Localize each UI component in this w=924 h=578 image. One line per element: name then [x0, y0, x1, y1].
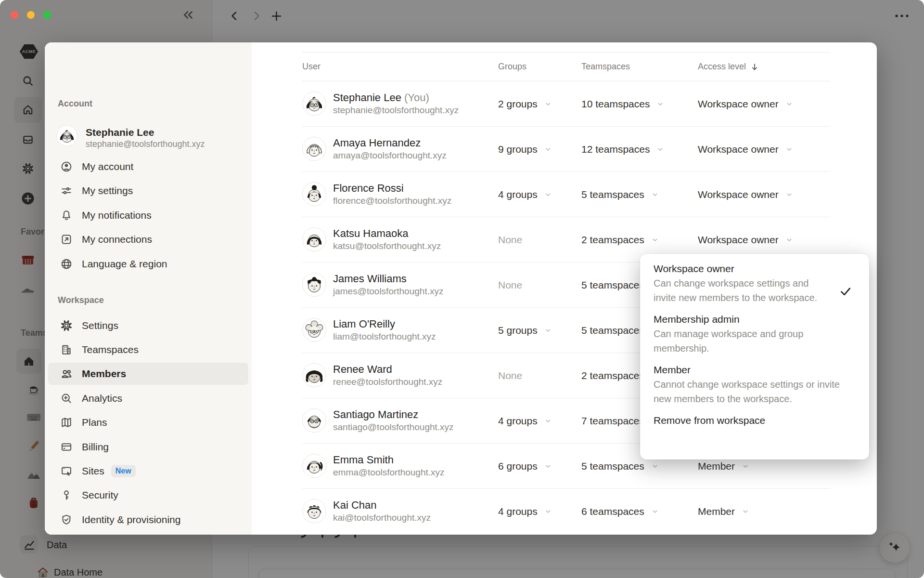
member-row: Amaya Hernandezamaya@toolsforthought.xyz… [302, 127, 831, 172]
map-icon [60, 416, 73, 429]
nav-item-my-connections[interactable]: My connections [45, 227, 252, 251]
col-user: User [302, 62, 498, 72]
col-access-level[interactable]: Access level [698, 62, 831, 72]
member-email: stephanie@toolsforthought.xyz [333, 105, 459, 116]
nav-item-label: My connections [82, 234, 152, 245]
menu-item-title: Workspace owner [654, 262, 858, 276]
menu-item-description: Can change workspace settings and invite… [654, 276, 822, 305]
nav-item-label: Plans [82, 417, 107, 428]
groups-dropdown[interactable]: 2 groups [498, 98, 581, 110]
col-teamspaces: Teamspaces [581, 62, 698, 72]
nav-section-workspace: Workspace [58, 295, 104, 305]
groups-dropdown: None [498, 279, 581, 291]
menu-item-description: Cannot change workspace settings or invi… [654, 377, 854, 406]
arrow-box-icon [60, 233, 73, 246]
nav-item-plans[interactable]: Plans [45, 410, 252, 434]
chevron-down-icon [785, 236, 793, 244]
nav-item-billing[interactable]: Billing [45, 435, 252, 459]
groups-dropdown[interactable]: 5 groups [498, 325, 581, 336]
traffic-light-minimize[interactable] [27, 11, 35, 19]
avatar [302, 318, 326, 342]
building-icon [60, 343, 73, 356]
teamspaces-dropdown[interactable]: 10 teamspaces [581, 98, 698, 110]
groups-dropdown[interactable]: 9 groups [498, 144, 581, 155]
traffic-light-close[interactable] [11, 11, 18, 19]
chevron-down-icon [785, 145, 793, 153]
user-cell: James Williamsjames@toolsforthought.xyz [302, 273, 498, 297]
menu-item-workspace-owner[interactable]: Workspace ownerCan change workspace sett… [654, 262, 858, 305]
avatar [302, 92, 326, 116]
nav-item-label: Language & region [82, 258, 167, 270]
chevron-down-icon [656, 100, 664, 108]
nav-item-my-settings[interactable]: My settings [45, 179, 252, 203]
member-name: Amaya Hernandez [333, 137, 447, 149]
member-row: Stephanie Lee (You)stephanie@toolsfortho… [302, 81, 831, 127]
chevron-down-icon [544, 145, 552, 153]
member-row: Florence Rossiflorence@toolsforthought.x… [302, 172, 831, 217]
nav-item-label: My account [82, 161, 133, 172]
user-cell: Florence Rossiflorence@toolsforthought.x… [302, 182, 498, 206]
groups-dropdown[interactable]: 4 groups [498, 415, 581, 427]
access-level-dropdown[interactable]: Workspace owner [698, 189, 831, 200]
member-name: Kai Chan [333, 499, 431, 512]
chevron-down-icon [544, 100, 552, 108]
teamspaces-dropdown[interactable]: 5 teamspaces [581, 460, 698, 472]
nav-item-teamspaces[interactable]: Teamspaces [45, 338, 252, 362]
nav-item-my-notifications[interactable]: My notifications [45, 203, 252, 227]
nav-item-identity-provisioning[interactable]: Identity & provisioning [45, 508, 252, 532]
nav-item-label: Security [82, 489, 118, 501]
shield-check-icon [60, 513, 73, 526]
teamspaces-dropdown[interactable]: 12 teamspaces [581, 144, 698, 155]
people-icon [60, 368, 73, 380]
chevron-down-icon [785, 100, 793, 108]
access-level-dropdown[interactable]: Member [698, 460, 831, 472]
user-cell: Amaya Hernandezamaya@toolsforthought.xyz [302, 137, 498, 161]
member-name: Florence Rossi [333, 182, 451, 195]
groups-dropdown[interactable]: 6 groups [498, 460, 581, 472]
globe-icon [60, 258, 73, 270]
member-email: amaya@toolsforthought.xyz [333, 150, 447, 161]
nav-section-account: Account [58, 99, 92, 109]
nav-item-analytics[interactable]: Analytics [45, 386, 252, 410]
member-name: James Williams [333, 273, 443, 285]
member-email: katsu@toolsforthought.xyz [333, 240, 441, 252]
teamspaces-dropdown[interactable]: 6 teamspaces [581, 506, 698, 517]
access-level-dropdown[interactable]: Member [698, 506, 831, 517]
member-name: Stephanie Lee (You) [333, 92, 459, 104]
table-header: User Groups Teamspaces Access level [302, 52, 831, 81]
nav-item-content-search[interactable]: Content search [45, 532, 252, 535]
nav-item-settings[interactable]: Settings [45, 314, 252, 338]
nav-item-label: Teamspaces [82, 344, 139, 355]
nav-item-label: Identity & provisioning [82, 514, 180, 525]
nav-item-sites[interactable]: SitesNew [45, 459, 252, 483]
groups-dropdown[interactable]: 4 groups [498, 189, 581, 200]
groups-dropdown[interactable]: 4 groups [498, 506, 581, 517]
nav-item-security[interactable]: Security [45, 483, 252, 507]
member-name: Liam O'Reilly [333, 318, 436, 330]
traffic-light-zoom[interactable] [43, 11, 51, 19]
key-icon [60, 489, 73, 501]
menu-item-membership-admin[interactable]: Membership adminCan manage workspace and… [654, 312, 858, 355]
col-groups: Groups [498, 62, 581, 72]
avatar [302, 182, 326, 206]
menu-item-remove-from-workspace[interactable]: Remove from workspace [654, 413, 858, 428]
access-level-dropdown[interactable]: Workspace owner [698, 98, 831, 110]
chevron-down-icon [742, 508, 749, 515]
nav-item-language-region[interactable]: Language & region [45, 252, 252, 276]
teamspaces-dropdown[interactable]: 5 teamspaces [581, 189, 698, 200]
nav-item-my-account[interactable]: My account [45, 155, 252, 179]
menu-item-member[interactable]: MemberCannot change workspace settings o… [654, 363, 858, 406]
gear-icon [60, 319, 73, 332]
chevron-down-icon [651, 462, 659, 470]
avatar [302, 137, 326, 161]
person-circle-icon [60, 160, 73, 173]
menu-item-description: Can manage workspace and group membershi… [654, 327, 854, 355]
sort-desc-icon [750, 62, 759, 72]
access-level-dropdown[interactable]: Workspace owner [698, 144, 831, 155]
access-level-dropdown[interactable]: Workspace owner [698, 234, 831, 246]
chevron-down-icon [544, 191, 552, 198]
nav-item-members[interactable]: Members [45, 362, 252, 386]
user-cell: Stephanie Lee (You)stephanie@toolsfortho… [302, 92, 498, 116]
teamspaces-dropdown[interactable]: 2 teamspaces [581, 234, 698, 246]
chevron-down-icon [651, 236, 659, 244]
